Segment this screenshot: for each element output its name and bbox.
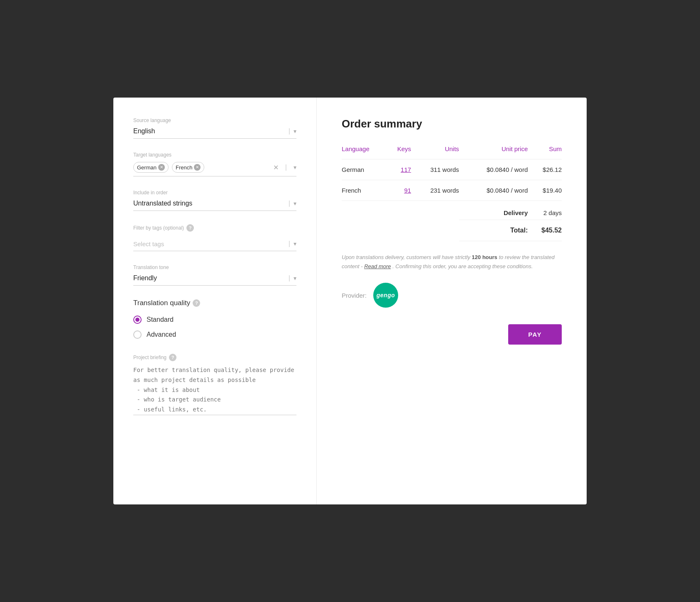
table-row-french: French 91 231 words $0.0840 / word $19.4… (342, 180, 562, 201)
briefing-label: Project briefing (133, 355, 166, 360)
total-empty-2 (388, 220, 411, 241)
source-language-label: Source language (133, 117, 296, 123)
filter-tags-select[interactable]: Select tags | ▾ (133, 240, 296, 251)
radio-advanced-label: Advanced (147, 331, 176, 338)
tag-chip-french-label: French (176, 164, 192, 171)
delivery-empty-2 (388, 201, 411, 220)
row-french-language: French (342, 180, 388, 201)
briefing-textarea[interactable] (133, 365, 296, 415)
read-more-link[interactable]: Read more (364, 263, 391, 269)
notice-after: . Confirming this order, you are accepti… (392, 263, 533, 269)
target-languages-chevron-icon[interactable]: ▾ (294, 164, 296, 171)
pay-button[interactable]: PAY (508, 324, 562, 345)
col-header-units: Units (411, 145, 459, 159)
gengo-logo-text: gengo (377, 292, 395, 299)
briefing-help-icon[interactable]: ? (169, 354, 176, 361)
source-language-value: English (133, 127, 285, 135)
tag-chip-german-label: German (137, 164, 157, 171)
row-german-sum: $26.12 (528, 159, 562, 180)
tag-chip-french[interactable]: French ✕ (172, 162, 204, 173)
row-french-sum: $19.40 (528, 180, 562, 201)
target-languages-tags-row: German ✕ French ✕ ✕ | ▾ (133, 162, 296, 176)
radio-advanced-outer (133, 330, 142, 339)
notice-before: Upon translations delivery, customers wi… (342, 254, 472, 260)
radio-advanced[interactable]: Advanced (133, 330, 296, 339)
translation-tone-select[interactable]: Friendly | ▾ (133, 274, 296, 286)
total-empty-3 (411, 220, 459, 241)
include-order-select[interactable]: Untranslated strings | ▾ (133, 200, 296, 211)
separator-4: | (289, 240, 290, 247)
row-german-language: German (342, 159, 388, 180)
filter-tags-help-icon[interactable]: ? (186, 224, 194, 232)
remove-german-icon[interactable]: ✕ (158, 164, 165, 171)
source-language-field: Source language English | ▾ (133, 117, 296, 139)
translation-tone-field: Translation tone Friendly | ▾ (133, 264, 296, 286)
include-order-field: Include in order Untranslated strings | … (133, 190, 296, 211)
row-french-unit-price: $0.0840 / word (459, 180, 528, 201)
gengo-logo: gengo (373, 283, 398, 308)
radio-standard-outer (133, 316, 142, 324)
include-order-chevron-icon[interactable]: ▾ (294, 200, 296, 207)
provider-label: Provider: (342, 292, 367, 299)
project-briefing-section: Project briefing ? (133, 354, 296, 417)
target-languages-field: Target languages German ✕ French ✕ ✕ | ▾ (133, 152, 296, 176)
separator-2: | (285, 164, 287, 171)
row-french-keys[interactable]: 91 (388, 180, 411, 201)
translation-tone-chevron-icon[interactable]: ▾ (294, 275, 296, 281)
col-header-keys: Keys (388, 145, 411, 159)
filter-tags-label: Filter by tags (optional) (133, 225, 184, 231)
clear-tags-icon[interactable]: ✕ (273, 164, 279, 171)
total-value: $45.52 (528, 220, 562, 241)
table-row-total: Total: $45.52 (342, 220, 562, 241)
notice-bold: 120 hours (472, 254, 497, 260)
radio-standard-label: Standard (147, 316, 174, 323)
include-order-value: Untranslated strings (133, 200, 285, 207)
separator-3: | (289, 200, 290, 207)
target-languages-label: Target languages (133, 152, 296, 158)
col-header-language: Language (342, 145, 388, 159)
row-german-unit-price: $0.0840 / word (459, 159, 528, 180)
translation-tone-value: Friendly (133, 274, 285, 282)
radio-standard-inner (135, 318, 140, 322)
delivery-empty-1 (342, 201, 388, 220)
delivery-value: 2 days (528, 201, 562, 220)
delivery-empty-3 (411, 201, 459, 220)
filter-tags-chevron-icon[interactable]: ▾ (294, 240, 296, 247)
provider-row: Provider: gengo (342, 283, 562, 308)
order-summary-table: Language Keys Units Unit price Sum Germa… (342, 145, 562, 241)
row-french-units: 231 words (411, 180, 459, 201)
tag-chip-german[interactable]: German ✕ (133, 162, 169, 173)
quality-title: Translation quality (133, 299, 190, 307)
filter-tags-field: Filter by tags (optional) ? Select tags … (133, 224, 296, 251)
source-language-chevron-icon[interactable]: ▾ (294, 128, 296, 135)
table-row-delivery: Delivery 2 days (342, 201, 562, 220)
col-header-unit-price: Unit price (459, 145, 528, 159)
filter-tags-placeholder: Select tags (133, 240, 285, 247)
total-label: Total: (459, 220, 528, 241)
remove-french-icon[interactable]: ✕ (194, 164, 201, 171)
separator-1: | (289, 127, 290, 135)
row-german-keys[interactable]: 117 (388, 159, 411, 180)
radio-standard[interactable]: Standard (133, 316, 296, 324)
order-title: Order summary (342, 117, 562, 130)
notice-text: Upon translations delivery, customers wi… (342, 253, 562, 271)
delivery-label: Delivery (459, 201, 528, 220)
source-language-select[interactable]: English | ▾ (133, 127, 296, 139)
row-german-units: 311 words (411, 159, 459, 180)
col-header-sum: Sum (528, 145, 562, 159)
table-row-german: German 117 311 words $0.0840 / word $26.… (342, 159, 562, 180)
separator-5: | (289, 274, 290, 282)
quality-radio-group: Standard Advanced (133, 316, 296, 339)
pay-button-row: PAY (342, 324, 562, 345)
total-empty-1 (342, 220, 388, 241)
quality-help-icon[interactable]: ? (193, 299, 200, 307)
translation-tone-label: Translation tone (133, 264, 296, 270)
include-order-label: Include in order (133, 190, 296, 196)
translation-quality-section: Translation quality ? Standard Advanced (133, 299, 296, 339)
